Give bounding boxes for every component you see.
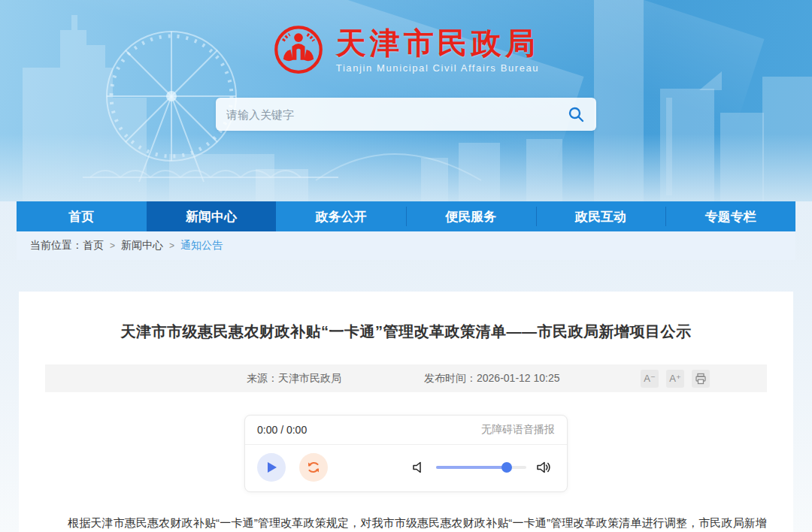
replay-icon [306, 460, 321, 475]
breadcrumb: 当前位置： 首页 > 新闻中心 > 通知公告 [17, 231, 795, 260]
source-value: 天津市民政局 [278, 372, 341, 384]
volume-mute-icon[interactable] [412, 461, 426, 474]
nav-item-news-center[interactable]: 新闻中心 [147, 201, 277, 231]
nav-item-interaction[interactable]: 政民互动 [536, 201, 666, 231]
article-publish-time: 发布时间：2026-01-12 10:25 [424, 372, 560, 385]
audio-player: 0:00 / 0:00 无障碍语音播报 [244, 415, 568, 492]
volume-slider[interactable] [436, 466, 526, 469]
time-value: 2026-01-12 10:25 [477, 372, 560, 384]
civil-affairs-logo-icon [273, 24, 324, 75]
article-body-paragraph: 根据天津市惠民惠农财政补贴“一卡通”管理改革政策规定，对我市市级惠民惠农财政补贴… [45, 512, 767, 532]
source-label: 来源： [247, 372, 278, 384]
article-meta-bar: 来源：天津市民政局 发布时间：2026-01-12 10:25 A⁻ A⁺ [45, 364, 767, 392]
nav-item-special-topics[interactable]: 专题专栏 [665, 201, 795, 231]
site-banner: 天津市民政局 Tianjin Municipal Civil Affairs B… [0, 0, 812, 201]
site-header: 天津市民政局 Tianjin Municipal Civil Affairs B… [0, 0, 812, 75]
site-title: 天津市民政局 [336, 26, 539, 59]
article-tools: A⁻ A⁺ [641, 370, 710, 388]
article-card: 天津市市级惠民惠农财政补贴“一卡通”管理改革政策清单——市民政局新增项目公示 来… [19, 292, 793, 532]
font-increase-button[interactable]: A⁺ [666, 370, 684, 388]
print-button[interactable] [692, 370, 710, 388]
banner-fade [0, 134, 812, 201]
play-icon [265, 461, 278, 474]
search-icon[interactable] [566, 104, 586, 124]
search-input[interactable] [226, 108, 566, 121]
breadcrumb-prefix: 当前位置： [30, 239, 83, 252]
article-source: 来源：天津市民政局 [247, 372, 341, 385]
breadcrumb-separator: > [169, 240, 174, 251]
breadcrumb-separator: > [110, 240, 115, 251]
volume-loud-icon[interactable] [537, 461, 552, 474]
main-nav: 首页 新闻中心 政务公开 便民服务 政民互动 专题专栏 [17, 201, 795, 231]
time-label: 发布时间： [424, 372, 477, 384]
replay-button[interactable] [299, 453, 328, 482]
font-decrease-button[interactable]: A⁻ [641, 370, 659, 388]
breadcrumb-news-center[interactable]: 新闻中心 [121, 239, 163, 252]
breadcrumb-home[interactable]: 首页 [83, 239, 104, 252]
search-bar [216, 98, 596, 131]
volume-fill [436, 466, 507, 469]
nav-item-gov-disclosure[interactable]: 政务公开 [276, 201, 406, 231]
volume-thumb[interactable] [501, 462, 512, 473]
article-title: 天津市市级惠民惠农财政补贴“一卡通”管理改革政策清单——市民政局新增项目公示 [19, 322, 793, 342]
accessible-broadcast-label: 无障碍语音播报 [481, 423, 555, 437]
site-subtitle: Tianjin Municipal Civil Affairs Bureau [336, 62, 539, 74]
playback-time: 0:00 / 0:00 [257, 424, 307, 436]
nav-item-public-services[interactable]: 便民服务 [406, 201, 536, 231]
nav-item-home[interactable]: 首页 [17, 201, 147, 231]
breadcrumb-notices[interactable]: 通知公告 [180, 239, 223, 252]
play-button[interactable] [257, 453, 286, 482]
